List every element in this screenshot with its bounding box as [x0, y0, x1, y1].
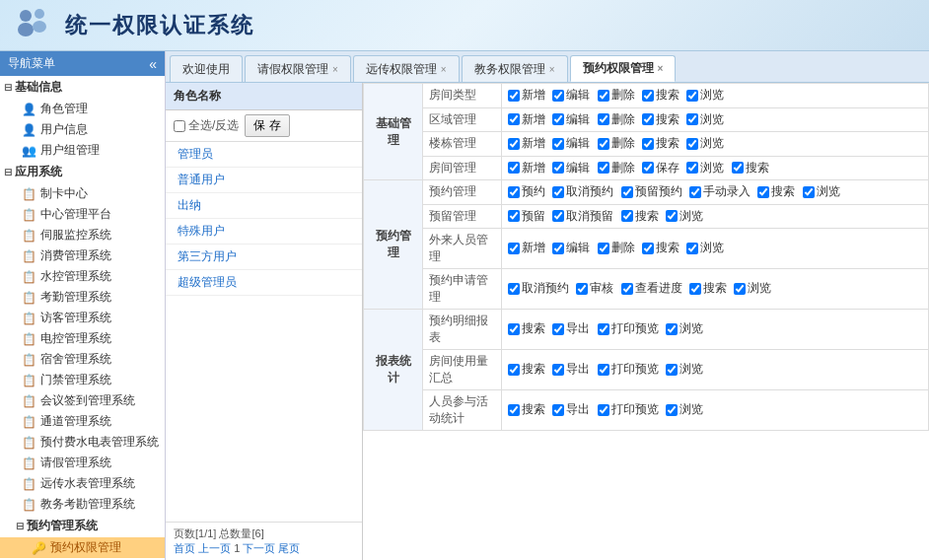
sidebar-item-attendance[interactable]: 📋考勤管理系统 [0, 287, 165, 308]
sidebar-item-access[interactable]: 📋门禁管理系统 [0, 370, 165, 390]
tab-welcome[interactable]: 欢迎使用 [170, 55, 243, 82]
sidebar-item-center-mgmt[interactable]: 📋中心管理平台 [0, 204, 165, 225]
check-rusage-browse[interactable]: 浏览 [666, 361, 703, 378]
check-room-edit[interactable]: 编辑 [552, 160, 590, 176]
tree-group-apps[interactable]: ⊟ 应用系统 [0, 161, 165, 183]
page-last[interactable]: 尾页 [278, 542, 300, 554]
sidebar-item-channel[interactable]: 📋通道管理系统 [0, 411, 165, 432]
check-building-edit[interactable]: 编辑 [552, 135, 590, 152]
check-rserve-book[interactable]: 预留 [508, 208, 545, 225]
check-area-search[interactable]: 搜索 [642, 111, 679, 128]
sidebar-item-reservation-perm[interactable]: 🔑预约权限管理 [0, 537, 165, 558]
tab-edu[interactable]: 教务权限管理 × [462, 55, 568, 82]
check-apply-progress[interactable]: 查看进度 [621, 280, 682, 297]
check-room-del[interactable]: 删除 [598, 160, 635, 176]
sidebar-item-consume[interactable]: 📋消费管理系统 [0, 245, 165, 266]
check-res-manual[interactable]: 手动录入 [689, 183, 750, 200]
check-rusage-search[interactable]: 搜索 [508, 361, 545, 378]
sidebar-item-electric[interactable]: 📋电控管理系统 [0, 328, 165, 349]
check-pact-browse[interactable]: 浏览 [666, 401, 703, 418]
sidebar-item-prepay[interactable]: 📋预付费水电表管理系统 [0, 432, 165, 453]
tab-reservation-close[interactable]: × [658, 63, 664, 74]
sidebar-item-leave[interactable]: 📋请假管理系统 [0, 453, 165, 473]
tree-group-basics[interactable]: ⊟ 基础信息 [0, 76, 165, 99]
check-rserve-browse[interactable]: 浏览 [666, 208, 703, 225]
check-visitor-browse[interactable]: 浏览 [686, 240, 724, 256]
role-item-cashier[interactable]: 出纳 [166, 193, 362, 219]
check-building-search[interactable]: 搜索 [642, 135, 679, 152]
sidebar-item-water[interactable]: 📋水控管理系统 [0, 266, 165, 287]
check-area-del[interactable]: 删除 [598, 111, 635, 128]
sidebar-item-servo[interactable]: 📋伺服监控系统 [0, 225, 165, 245]
check-apply-browse[interactable]: 浏览 [734, 280, 771, 297]
check-room-type-search[interactable]: 搜索 [642, 87, 679, 104]
save-button[interactable]: 保 存 [245, 114, 289, 137]
tab-leave[interactable]: 请假权限管理 × [245, 55, 351, 82]
check-dreport-search[interactable]: 搜索 [508, 320, 545, 337]
tab-remote[interactable]: 远传权限管理 × [353, 55, 460, 82]
sidebar-collapse-btn[interactable]: « [149, 56, 157, 72]
sidebar-item-user-group[interactable]: 👥用户组管理 [0, 140, 165, 161]
check-room-search[interactable]: 搜索 [732, 160, 769, 176]
check-area-browse[interactable]: 浏览 [686, 111, 724, 128]
check-room-type-edit[interactable]: 编辑 [552, 87, 590, 104]
check-rusage-print[interactable]: 打印预览 [598, 361, 659, 378]
check-dreport-print[interactable]: 打印预览 [598, 320, 659, 337]
tab-leave-close[interactable]: × [332, 64, 338, 75]
check-visitor-add[interactable]: 新增 [508, 240, 545, 256]
sidebar-item-dorm[interactable]: 📋宿舍管理系统 [0, 349, 165, 370]
check-dreport-export[interactable]: 导出 [552, 320, 590, 337]
check-room-save[interactable]: 保存 [642, 160, 679, 176]
check-apply-cancel[interactable]: 取消预约 [508, 280, 569, 297]
sidebar-item-card[interactable]: 📋制卡中心 [0, 183, 165, 204]
tree-group-reservation[interactable]: ⊟ 预约管理系统 [0, 515, 165, 537]
sidebar-item-user-info[interactable]: 👤用户信息 [0, 119, 165, 140]
check-pact-search[interactable]: 搜索 [508, 401, 545, 418]
tab-edu-close[interactable]: × [549, 64, 555, 75]
tab-reservation[interactable]: 预约权限管理 × [570, 55, 677, 82]
check-room-browse[interactable]: 浏览 [686, 160, 724, 176]
sidebar-item-visitor[interactable]: 📋访客管理系统 [0, 308, 165, 328]
check-room-add[interactable]: 新增 [508, 160, 545, 176]
check-building-add[interactable]: 新增 [508, 135, 545, 152]
check-res-search[interactable]: 搜索 [757, 183, 795, 200]
check-room-type-add[interactable]: 新增 [508, 87, 545, 104]
check-area-add[interactable]: 新增 [508, 111, 545, 128]
check-building-del[interactable]: 删除 [598, 135, 635, 152]
check-pact-export[interactable]: 导出 [552, 401, 590, 418]
check-building-browse[interactable]: 浏览 [686, 135, 724, 152]
sidebar-item-role-mgmt[interactable]: 👤角色管理 [0, 99, 165, 119]
role-item-normal[interactable]: 普通用户 [166, 168, 362, 193]
check-rserve-cancel[interactable]: 取消预留 [552, 208, 613, 225]
check-rusage-export[interactable]: 导出 [552, 361, 590, 378]
check-dreport-browse[interactable]: 浏览 [666, 320, 703, 337]
check-visitor-del[interactable]: 删除 [598, 240, 635, 256]
page-prev[interactable]: 上一页 [198, 542, 231, 554]
sidebar-item-edu[interactable]: 📋教务考勘管理系统 [0, 494, 165, 515]
check-rserve-search[interactable]: 搜索 [621, 208, 659, 225]
sidebar-item-remote-water[interactable]: 📋远传水表管理系统 [0, 473, 165, 494]
select-all-checkbox[interactable] [174, 120, 185, 132]
check-apply-audit[interactable]: 审核 [576, 280, 613, 297]
role-item-admin[interactable]: 管理员 [166, 142, 362, 168]
check-res-browse[interactable]: 浏览 [803, 183, 840, 200]
page-first[interactable]: 首页 [174, 542, 195, 554]
role-item-third[interactable]: 第三方用户 [166, 245, 362, 270]
check-res-cancel[interactable]: 取消预约 [552, 183, 613, 200]
role-item-super[interactable]: 超级管理员 [166, 270, 362, 296]
check-visitor-edit[interactable]: 编辑 [552, 240, 590, 256]
sidebar-item-meeting[interactable]: 📋会议签到管理系统 [0, 390, 165, 411]
check-apply-search[interactable]: 搜索 [689, 280, 727, 297]
check-pact-print[interactable]: 打印预览 [598, 401, 659, 418]
check-area-edit[interactable]: 编辑 [552, 111, 590, 128]
check-room-type-browse[interactable]: 浏览 [686, 87, 724, 104]
page-next[interactable]: 下一页 [243, 542, 275, 554]
check-res-book[interactable]: 预约 [508, 183, 545, 200]
select-all-label[interactable]: 全选/反选 [174, 117, 239, 134]
tab-remote-close[interactable]: × [441, 64, 447, 75]
role-item-special[interactable]: 特殊用户 [166, 219, 362, 245]
check-visitor-search[interactable]: 搜索 [642, 240, 679, 256]
check-res-reserve[interactable]: 预留预约 [621, 183, 682, 200]
perm-row-area: 区域管理 新增 编辑 删除 搜索 浏览 [364, 107, 929, 132]
check-room-type-del[interactable]: 删除 [598, 87, 635, 104]
